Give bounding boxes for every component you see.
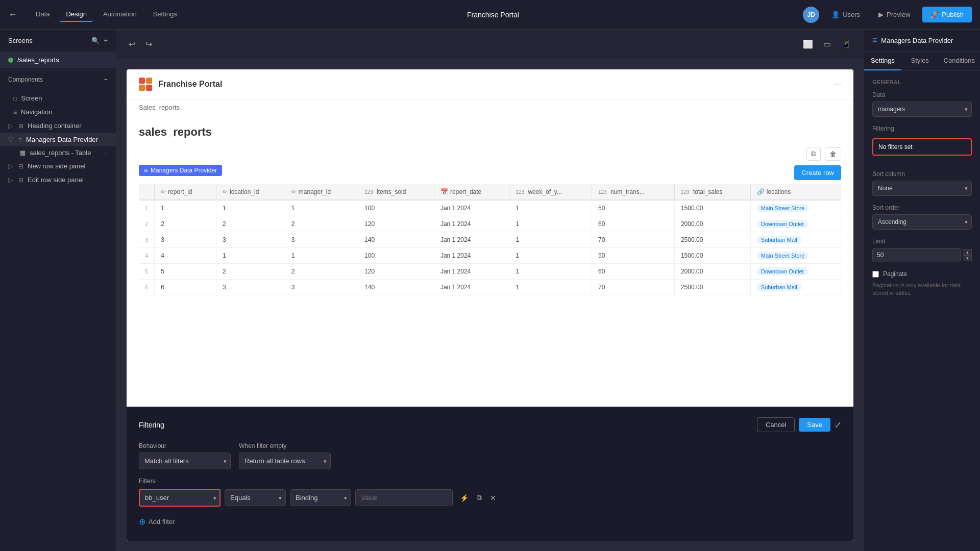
cell-report-date: Jan 1 2024: [434, 200, 509, 216]
sidebar-item-screen[interactable]: □ Screen: [0, 91, 116, 105]
components-section: Components +: [0, 68, 116, 91]
add-filter-label: Add filter: [149, 518, 175, 525]
redo-button[interactable]: ↪: [141, 37, 156, 51]
sort-order-select[interactable]: Ascending: [872, 214, 972, 230]
screen-item-sales-reports[interactable]: /sales_reports: [0, 52, 116, 68]
screen-active-dot: [8, 58, 13, 63]
behaviour-select-wrapper: Match all filters: [139, 453, 231, 469]
view-mode-buttons: ⬜ ▭ 📱: [799, 37, 855, 51]
nav-data[interactable]: Data: [30, 7, 56, 22]
cell-report-id: 4: [155, 248, 216, 264]
filtering-field-label: Filtering: [872, 125, 894, 132]
item-options-badge[interactable]: ···: [103, 137, 108, 143]
cell-manager-id: 1: [285, 248, 358, 264]
sidebar-item-new-row-panel[interactable]: ▷ ⊟ New row side panel: [0, 159, 116, 173]
paginate-checkbox[interactable]: [872, 271, 879, 278]
sidebar-item-sales-reports-table[interactable]: ▦ sales_reports - Table ···: [0, 146, 116, 159]
filter-value-input[interactable]: [355, 489, 453, 506]
sidebar-add-icon[interactable]: +: [104, 37, 108, 44]
paginate-checkbox-row: Paginate: [872, 270, 972, 278]
filter-op-select[interactable]: Equals: [225, 489, 286, 506]
add-filter-button[interactable]: ⊕ Add filter: [139, 513, 841, 531]
cell-week: 1: [509, 216, 592, 232]
location-badge: Main Street Store: [757, 204, 809, 212]
data-field-label: Data: [872, 91, 972, 98]
col-report-id: ✏report_id: [155, 184, 216, 200]
filter-copy-button[interactable]: ⧉: [474, 491, 485, 504]
table-scroll-container[interactable]: ✏report_id ✏location_id ✏manager_id 123 …: [139, 184, 841, 296]
nav-items: Data Design Automation Settings: [30, 7, 183, 22]
expand-icon: ▷: [8, 122, 13, 130]
right-panel: ≡ Managers Data Provider Settings Styles…: [864, 30, 980, 551]
desktop-view-button[interactable]: ⬜: [799, 37, 817, 51]
preview-button[interactable]: ▶ Preview: [872, 8, 916, 21]
sidebar-item-navigation[interactable]: ≡ Navigation: [0, 105, 116, 119]
tab-styles[interactable]: Styles: [901, 52, 939, 70]
nav-design[interactable]: Design: [60, 7, 92, 22]
cell-location: Suburban Mall: [750, 280, 841, 295]
create-row-button[interactable]: Create row: [794, 165, 841, 180]
table-row: 6 6 3 3 140 Jan 1 2024 1 70 2500.00 Subu…: [139, 280, 841, 295]
screen-icon: □: [13, 95, 17, 102]
tablet-view-button[interactable]: ▭: [819, 37, 835, 51]
filtering-panel-title: Filtering: [139, 421, 164, 429]
cell-manager-id: 3: [285, 232, 358, 248]
limit-input[interactable]: [872, 248, 961, 262]
users-button[interactable]: 👤 Users: [825, 8, 866, 21]
expand-icon: ▷: [8, 176, 13, 184]
cell-items-sold: 15: [358, 295, 434, 297]
table-row: 5 5 2 2 120 Jan 1 2024 1 60 2000.00 Down…: [139, 264, 841, 280]
users-icon: 👤: [831, 11, 840, 18]
save-button[interactable]: Save: [799, 418, 830, 432]
app-frame-title: Franchise Portal: [158, 80, 222, 89]
nav-settings[interactable]: Settings: [147, 7, 183, 22]
frame-more-button[interactable]: ⋯: [835, 81, 841, 88]
publish-button[interactable]: 🚀 Publish: [922, 7, 972, 22]
cell-report-date: Jan 1 2024: [434, 248, 509, 264]
components-add-icon[interactable]: +: [104, 76, 108, 83]
undo-button[interactable]: ↩: [125, 37, 139, 51]
cell-report-date: Apr 2 2024: [434, 295, 509, 297]
data-select[interactable]: managers: [872, 102, 972, 117]
right-panel-body: GENERAL Data managers Filtering No filte…: [864, 71, 980, 551]
location-badge: Downtown Outlet: [757, 220, 808, 228]
expand-panel-button[interactable]: ⤢: [835, 420, 841, 430]
back-button[interactable]: ←: [8, 9, 17, 20]
sort-order-select-wrapper: Ascending: [872, 214, 972, 230]
delete-icon-button[interactable]: 🗑: [825, 147, 841, 161]
right-panel-tabs: Settings Styles Conditions: [864, 52, 980, 71]
cell-week: 1: [509, 248, 592, 264]
limit-step-up[interactable]: ▴: [963, 249, 972, 255]
sidebar-item-managers-data-provider[interactable]: ▽ ≡ Managers Data Provider ···: [0, 133, 116, 146]
copy-icon-button[interactable]: ⧉: [806, 147, 821, 161]
item-options-badge[interactable]: ···: [103, 150, 108, 156]
sort-column-select[interactable]: None: [872, 181, 972, 196]
filtering-button[interactable]: No filters set: [872, 138, 972, 156]
filter-remove-button[interactable]: ✕: [487, 491, 499, 504]
app-content: sales_reports ⧉ 🗑 ≡ Managers Data Provid…: [127, 115, 853, 407]
filter-lightning-button[interactable]: ⚡: [457, 491, 472, 504]
col-num-trans: 123 num_trans...: [592, 184, 674, 200]
cell-location: Suburban Mall: [750, 295, 841, 297]
expand-icon: ▽: [8, 136, 13, 143]
filter-bind-select[interactable]: Binding: [290, 489, 351, 506]
cell-location-id: 1: [216, 248, 285, 264]
publish-icon: 🚀: [930, 11, 939, 18]
tab-conditions[interactable]: Conditions: [939, 52, 980, 70]
nav-automation[interactable]: Automation: [97, 7, 143, 22]
behaviour-group: Behaviour Match all filters: [139, 442, 231, 469]
behaviour-select[interactable]: Match all filters: [139, 453, 231, 469]
sidebar-search-icon[interactable]: 🔍: [91, 37, 100, 44]
managers-data-badge: ≡ Managers Data Provider: [139, 165, 222, 176]
sidebar-item-edit-row-panel[interactable]: ▷ ⊟ Edit row side panel: [0, 173, 116, 187]
tab-settings[interactable]: Settings: [864, 52, 901, 70]
sidebar-item-heading-container[interactable]: ▷ ⊞ Heading container: [0, 119, 116, 133]
left-sidebar: Screens 🔍 + /sales_reports Components + …: [0, 30, 116, 551]
row-num: 7: [139, 295, 155, 297]
when-empty-select[interactable]: Return all table rows: [239, 453, 331, 469]
filter-field-select[interactable]: bb_user: [139, 489, 220, 507]
mobile-view-button[interactable]: 📱: [837, 37, 855, 51]
cancel-button[interactable]: Cancel: [757, 417, 795, 432]
cell-location: Main Street Store: [750, 200, 841, 216]
limit-step-down[interactable]: ▾: [963, 255, 972, 261]
